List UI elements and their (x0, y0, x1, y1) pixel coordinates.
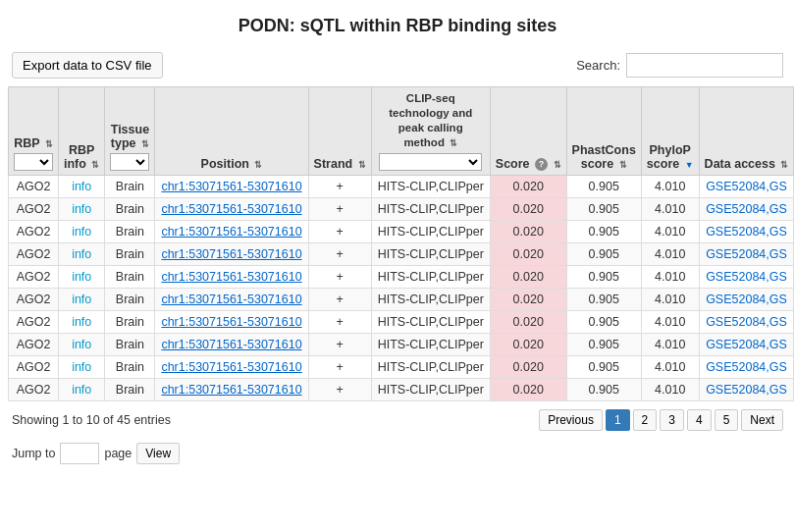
page-4-button[interactable]: 4 (687, 409, 712, 431)
cell-phylop: 4.010 (641, 242, 699, 265)
cell-rbp-info[interactable]: info (59, 378, 105, 400)
table-header: RBP ⇅ RBPinfo ⇅ Tissuetype ⇅ (9, 87, 794, 176)
pagination: Previous 1 2 3 4 5 Next (539, 409, 783, 431)
table-row: AGO2infoBrainchr1:53071561-53071610+HITS… (9, 288, 794, 310)
cell-position[interactable]: chr1:53071561-53071610 (155, 242, 308, 265)
cell-rbp-info[interactable]: info (59, 310, 105, 333)
cell-clip-method: HITS-CLIP,CLIPper (371, 220, 490, 242)
page-5-button[interactable]: 5 (715, 409, 739, 431)
cell-position[interactable]: chr1:53071561-53071610 (155, 220, 308, 242)
score-question-icon[interactable]: ? (535, 158, 548, 171)
phylop-sort-icon: ▼ (685, 160, 694, 170)
cell-rbp-info[interactable]: info (59, 333, 105, 355)
cell-strand: + (308, 265, 371, 288)
search-label: Search: (576, 58, 620, 73)
col-data-access: Data access ⇅ (699, 87, 794, 176)
cell-data-access[interactable]: GSE52084,GS (699, 265, 794, 288)
cell-position[interactable]: chr1:53071561-53071610 (155, 288, 308, 310)
cell-rbp-info[interactable]: info (59, 242, 105, 265)
table-row: AGO2infoBrainchr1:53071561-53071610+HITS… (9, 197, 794, 220)
cell-phylop: 4.010 (641, 265, 699, 288)
cell-tissue-type: Brain (105, 378, 155, 400)
cell-rbp-info[interactable]: info (59, 355, 105, 378)
col-score: Score ? ⇅ (490, 87, 566, 176)
cell-rbp: AGO2 (9, 197, 59, 220)
rbp-filter-select[interactable] (14, 153, 53, 171)
cell-clip-method: HITS-CLIP,CLIPper (371, 197, 490, 220)
export-button[interactable]: Export data to CSV file (12, 52, 163, 79)
cell-phastcons: 0.905 (566, 310, 641, 333)
rbp-sort-icon: ⇅ (45, 139, 53, 149)
cell-rbp: AGO2 (9, 220, 59, 242)
tissue-filter-select[interactable] (110, 153, 149, 171)
cell-data-access[interactable]: GSE52084,GS (699, 242, 794, 265)
cell-tissue-type: Brain (105, 355, 155, 378)
cell-data-access[interactable]: GSE52084,GS (699, 175, 794, 197)
cell-score: 0.020 (490, 378, 566, 400)
cell-tissue-type: Brain (105, 197, 155, 220)
col-rbp-info: RBPinfo ⇅ (59, 87, 105, 176)
view-button[interactable]: View (136, 443, 180, 464)
cell-phastcons: 0.905 (566, 288, 641, 310)
cell-score: 0.020 (490, 333, 566, 355)
cell-tissue-type: Brain (105, 333, 155, 355)
cell-position[interactable]: chr1:53071561-53071610 (155, 378, 308, 400)
tissue-sort-icon: ⇅ (141, 139, 149, 149)
cell-clip-method: HITS-CLIP,CLIPper (371, 333, 490, 355)
search-area: Search: (576, 53, 783, 78)
search-input[interactable] (626, 53, 783, 78)
cell-rbp-info[interactable]: info (59, 265, 105, 288)
cell-tissue-type: Brain (105, 310, 155, 333)
cell-phylop: 4.010 (641, 175, 699, 197)
cell-position[interactable]: chr1:53071561-53071610 (155, 355, 308, 378)
cell-phastcons: 0.905 (566, 220, 641, 242)
jump-input[interactable] (60, 443, 99, 464)
cell-data-access[interactable]: GSE52084,GS (699, 220, 794, 242)
col-phastcons: PhastConsscore ⇅ (566, 87, 641, 176)
cell-strand: + (308, 220, 371, 242)
cell-data-access[interactable]: GSE52084,GS (699, 197, 794, 220)
cell-tissue-type: Brain (105, 288, 155, 310)
cell-phylop: 4.010 (641, 310, 699, 333)
cell-data-access[interactable]: GSE52084,GS (699, 333, 794, 355)
cell-tissue-type: Brain (105, 175, 155, 197)
cell-data-access[interactable]: GSE52084,GS (699, 288, 794, 310)
cell-rbp: AGO2 (9, 378, 59, 400)
cell-phylop: 4.010 (641, 197, 699, 220)
table-wrapper: RBP ⇅ RBPinfo ⇅ Tissuetype ⇅ (0, 86, 795, 401)
cell-phastcons: 0.905 (566, 333, 641, 355)
page-2-button[interactable]: 2 (633, 409, 658, 431)
cell-position[interactable]: chr1:53071561-53071610 (155, 175, 308, 197)
cell-data-access[interactable]: GSE52084,GS (699, 310, 794, 333)
cell-phastcons: 0.905 (566, 197, 641, 220)
table-row: AGO2infoBrainchr1:53071561-53071610+HITS… (9, 242, 794, 265)
table-row: AGO2infoBrainchr1:53071561-53071610+HITS… (9, 378, 794, 400)
clip-filter-select[interactable] (379, 153, 482, 171)
score-sort-icon: ⇅ (554, 160, 561, 170)
cell-data-access[interactable]: GSE52084,GS (699, 378, 794, 400)
cell-score: 0.020 (490, 355, 566, 378)
cell-phylop: 4.010 (641, 333, 699, 355)
jump-area: Jump to page View (0, 437, 795, 474)
cell-rbp: AGO2 (9, 310, 59, 333)
cell-position[interactable]: chr1:53071561-53071610 (155, 333, 308, 355)
cell-score: 0.020 (490, 175, 566, 197)
next-button[interactable]: Next (741, 409, 783, 431)
col-position: Position ⇅ (155, 87, 308, 176)
cell-rbp-info[interactable]: info (59, 175, 105, 197)
cell-position[interactable]: chr1:53071561-53071610 (155, 197, 308, 220)
page-1-button[interactable]: 1 (606, 409, 630, 431)
page-3-button[interactable]: 3 (660, 409, 684, 431)
cell-rbp-info[interactable]: info (59, 288, 105, 310)
col-tissue-type: Tissuetype ⇅ (105, 87, 155, 176)
cell-position[interactable]: chr1:53071561-53071610 (155, 265, 308, 288)
cell-phylop: 4.010 (641, 288, 699, 310)
table-row: AGO2infoBrainchr1:53071561-53071610+HITS… (9, 175, 794, 197)
cell-rbp-info[interactable]: info (59, 220, 105, 242)
prev-button[interactable]: Previous (539, 409, 603, 431)
cell-score: 0.020 (490, 288, 566, 310)
cell-rbp-info[interactable]: info (59, 197, 105, 220)
cell-data-access[interactable]: GSE52084,GS (699, 355, 794, 378)
cell-position[interactable]: chr1:53071561-53071610 (155, 310, 308, 333)
cell-clip-method: HITS-CLIP,CLIPper (371, 310, 490, 333)
